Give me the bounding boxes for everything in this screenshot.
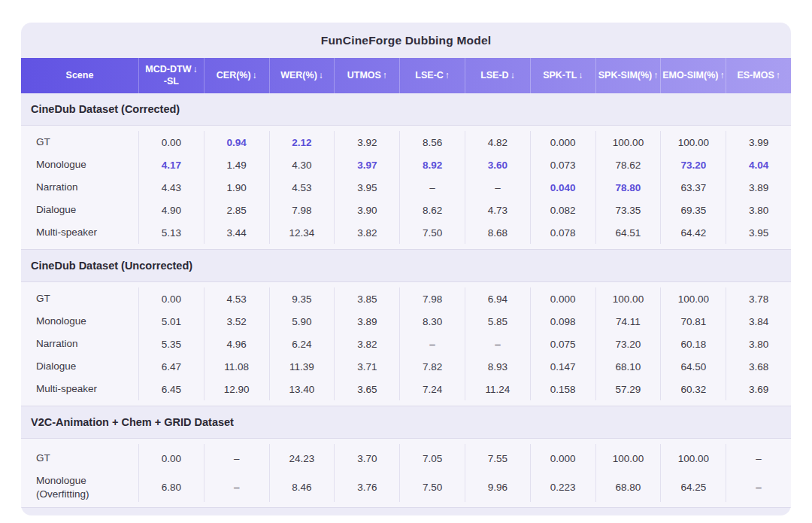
metric-value: 11.39 <box>269 355 335 378</box>
metric-value: 100.00 <box>660 131 726 154</box>
metric-value: 7.98 <box>269 199 335 221</box>
metric-value: 0.040 <box>530 176 595 199</box>
header-cell-spk-sim-: SPK-SIM(%)↑ <box>595 58 661 93</box>
metric-value: 64.50 <box>660 355 726 378</box>
metric-value: 3.95 <box>726 221 791 244</box>
metric-value: 60.18 <box>660 333 726 355</box>
metric-value: 100.00 <box>660 287 726 310</box>
table-title: FunCineForge Dubbing Model <box>21 23 791 58</box>
metric-value: 13.40 <box>269 378 335 400</box>
metric-value: 3.84 <box>726 310 791 333</box>
metric-value: 0.94 <box>204 131 269 154</box>
table-row: Narration5.354.966.243.82––0.07573.2060.… <box>21 333 791 355</box>
metric-value: 3.90 <box>334 199 399 221</box>
metric-value: 5.01 <box>138 310 204 333</box>
metric-value: 0.082 <box>530 199 595 221</box>
metric-value: 64.42 <box>660 221 726 244</box>
metric-value: 3.65 <box>334 378 399 400</box>
metric-value: 69.35 <box>660 199 726 221</box>
metric-value: 5.13 <box>138 221 204 244</box>
scene-label: GT <box>21 287 138 310</box>
metric-value: 8.92 <box>399 154 465 176</box>
header-label: UTMOS↑ <box>347 70 387 82</box>
metric-value: 3.85 <box>334 287 399 310</box>
metric-value: 8.62 <box>399 199 465 221</box>
metric-value: 3.80 <box>726 333 791 355</box>
metric-value: 3.82 <box>334 221 399 244</box>
down-arrow-icon: ↓ <box>253 70 257 81</box>
metric-value: 74.11 <box>595 310 661 333</box>
table-row: Monologue4.171.494.303.978.923.600.07378… <box>21 154 791 176</box>
table-row: GT0.00–24.233.707.057.550.000100.00100.0… <box>21 444 791 473</box>
metric-value: 6.47 <box>138 355 204 378</box>
scene-label: Multi-speaker <box>21 378 138 400</box>
header-label: SPK-SIM(%)↑ <box>598 70 659 82</box>
header-cell-spk-tl: SPK-TL↓ <box>530 58 595 93</box>
metric-value: 4.30 <box>269 154 335 176</box>
metric-value: 6.24 <box>269 333 335 355</box>
metric-value: 3.60 <box>465 154 530 176</box>
metric-value: 6.45 <box>138 378 204 400</box>
metric-value: 4.73 <box>465 199 530 221</box>
metric-value: 3.69 <box>726 378 791 400</box>
table-header-row: SceneMCD-DTW↓-SLCER(%)↓WER(%)↓UTMOS↑LSE-… <box>21 58 791 93</box>
scene-label: GT <box>21 131 138 154</box>
metric-value: 3.80 <box>726 199 791 221</box>
metric-value: 64.51 <box>595 221 661 244</box>
header-cell-wer-: WER(%)↓ <box>269 58 335 93</box>
header-label: Scene <box>66 70 94 82</box>
metric-value: 0.00 <box>138 287 204 310</box>
scene-label: Dialogue <box>21 199 138 221</box>
scene-label: Monologue (Overfitting) <box>21 473 138 502</box>
metric-value: 3.99 <box>726 131 791 154</box>
header-cell-utmos: UTMOS↑ <box>334 58 399 93</box>
scene-label: GT <box>21 444 138 473</box>
metric-value: 5.90 <box>269 310 335 333</box>
metric-value: 11.08 <box>204 355 269 378</box>
header-label: WER(%)↓ <box>280 70 323 82</box>
metric-value: 4.17 <box>138 154 204 176</box>
up-arrow-icon: ↑ <box>720 70 724 81</box>
metric-value: 3.97 <box>334 154 399 176</box>
metric-value: 7.24 <box>399 378 465 400</box>
metric-value: 9.35 <box>269 287 335 310</box>
metric-value: 73.35 <box>595 199 661 221</box>
table-row: Narration4.431.904.533.95––0.04078.8063.… <box>21 176 791 199</box>
metric-value: 70.81 <box>660 310 726 333</box>
metric-value: 4.82 <box>465 131 530 154</box>
scene-label: Multi-speaker <box>21 221 138 244</box>
metric-value: 8.93 <box>465 355 530 378</box>
metric-value: 68.80 <box>595 473 661 502</box>
metric-value: 57.29 <box>595 378 661 400</box>
metric-value: – <box>399 333 465 355</box>
scene-label: Monologue <box>21 154 138 176</box>
up-arrow-icon: ↑ <box>776 70 780 81</box>
metric-value: 4.43 <box>138 176 204 199</box>
section-heading: CineDub Dataset (Uncorrected) <box>21 250 791 281</box>
table-row: Multi-speaker6.4512.9013.403.657.2411.24… <box>21 378 791 400</box>
metric-value: 64.25 <box>660 473 726 502</box>
down-arrow-icon: ↓ <box>319 70 323 81</box>
header-cell-mcd-dtw: MCD-DTW↓-SL <box>138 58 204 93</box>
metric-value: 12.90 <box>204 378 269 400</box>
metric-value: 5.35 <box>138 333 204 355</box>
table-row: GT0.000.942.123.928.564.820.000100.00100… <box>21 131 791 154</box>
metric-value: 4.53 <box>204 287 269 310</box>
metric-value: 4.04 <box>726 154 791 176</box>
metric-value: 3.82 <box>334 333 399 355</box>
metric-value: 0.000 <box>530 131 595 154</box>
metric-value: 73.20 <box>660 154 726 176</box>
metric-value: 3.78 <box>726 287 791 310</box>
metric-value: 3.76 <box>334 473 399 502</box>
table-row: Multi-speaker5.133.4412.343.827.508.680.… <box>21 221 791 244</box>
metric-value: 24.23 <box>269 444 335 473</box>
metric-value: 0.098 <box>530 310 595 333</box>
metric-value: – <box>726 444 791 473</box>
header-label: MCD-DTW↓ <box>145 64 197 76</box>
down-arrow-icon: ↓ <box>578 70 583 81</box>
metric-value: 8.68 <box>465 221 530 244</box>
metric-value: 8.46 <box>269 473 335 502</box>
metric-value: 3.71 <box>334 355 399 378</box>
table-row: Monologue (Overfitting)6.80–8.463.767.50… <box>21 473 791 502</box>
header-cell-lse-d: LSE-D↓ <box>465 58 530 93</box>
